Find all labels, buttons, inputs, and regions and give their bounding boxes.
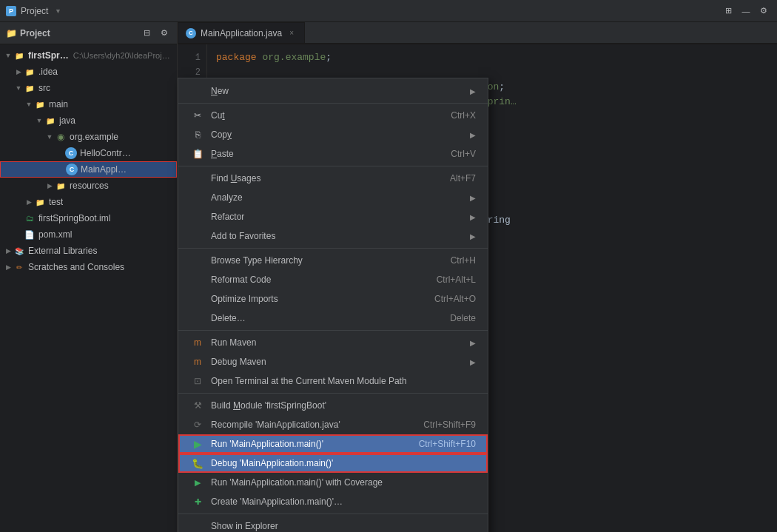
menu-label-run-maven: Run Maven <box>211 337 464 348</box>
menu-shortcut-paste: Ctrl+V <box>451 149 476 159</box>
menu-label-recompile: Recompile 'MainApplication.java' <box>211 420 411 430</box>
menu-item-optimize[interactable]: Optimize Imports Ctrl+Alt+O <box>178 289 488 309</box>
menu-arrow-new: ▶ <box>470 87 476 95</box>
terminal-icon: ⊡ <box>190 374 205 388</box>
menu-sep-4 <box>178 330 488 331</box>
reformat-icon <box>190 272 205 287</box>
menu-item-open-terminal[interactable]: ⊡ Open Terminal at the Current Maven Mod… <box>178 371 488 391</box>
menu-label-find-usages: Find Usages <box>211 173 438 183</box>
menu-label-debug-maven: Debug Maven <box>211 357 464 367</box>
delete-icon <box>190 311 205 326</box>
menu-item-recompile[interactable]: ⟳ Recompile 'MainApplication.java' Ctrl+… <box>178 415 488 434</box>
menu-item-add-favorites[interactable]: Add to Favorites ▶ <box>178 226 488 246</box>
menu-item-delete[interactable]: Delete… Delete <box>178 309 488 328</box>
menu-shortcut-recompile: Ctrl+Shift+F9 <box>423 420 476 430</box>
debug-maven-icon: m <box>190 354 205 369</box>
optimize-icon <box>190 292 205 306</box>
menu-item-paste[interactable]: 📋 Paste Ctrl+V <box>178 144 488 164</box>
menu-label-optimize: Optimize Imports <box>211 294 423 304</box>
recompile-icon: ⟳ <box>190 417 205 432</box>
paste-icon: 📋 <box>190 147 205 161</box>
menu-shortcut-run-main: Ctrl+Shift+F10 <box>419 439 476 449</box>
menu-arrow-analyze: ▶ <box>470 194 476 202</box>
menu-label-show-explorer: Show in Explorer <box>211 521 476 531</box>
menu-label-analyze: Analyze <box>211 192 464 203</box>
menu-label-browse-hierarchy: Browse Type Hierarchy <box>211 255 439 266</box>
context-menu: New ▶ ✂ Cut Ctrl+X ⎘ Copy ▶ 📋 Paste Ctrl… <box>178 78 488 532</box>
menu-item-new[interactable]: New ▶ <box>178 81 488 101</box>
menu-arrow-run-maven: ▶ <box>470 339 476 347</box>
debug-main-icon: 🐛 <box>190 456 205 471</box>
coverage-icon: ▶ <box>190 475 205 490</box>
menu-item-browse-hierarchy[interactable]: Browse Type Hierarchy Ctrl+H <box>178 251 488 270</box>
menu-item-cut[interactable]: ✂ Cut Ctrl+X <box>178 106 488 125</box>
menu-sep-1 <box>178 103 488 104</box>
menu-label-add-favorites: Add to Favorites <box>211 231 464 241</box>
menu-sep-2 <box>178 166 488 166</box>
menu-sep-3 <box>178 248 488 249</box>
menu-arrow-debug-maven: ▶ <box>470 358 476 366</box>
menu-item-run-coverage[interactable]: ▶ Run 'MainApplication.main()' with Cove… <box>178 473 488 492</box>
menu-label-run-coverage: Run 'MainApplication.main()' with Covera… <box>211 477 476 488</box>
ide-container: P Project ▼ ⊞ — ⚙ 📁 Project ⊟ ⚙ <box>0 0 777 532</box>
menu-label-create-config: Create 'MainApplication.main()'… <box>211 496 476 507</box>
hierarchy-icon <box>190 253 205 268</box>
menu-label-reformat: Reformat Code <box>211 275 425 285</box>
menu-item-run-main[interactable]: ▶ Run 'MainApplication.main()' Ctrl+Shif… <box>178 434 488 454</box>
menu-arrow-copy: ▶ <box>470 131 476 139</box>
config-icon: ✚ <box>190 494 205 509</box>
menu-label-refactor: Refactor <box>211 212 464 222</box>
menu-item-build-module[interactable]: ⚒ Build Module 'firstSpringBoot' <box>178 396 488 415</box>
menu-sep-6 <box>178 514 488 514</box>
menu-item-debug-main[interactable]: 🐛 Debug 'MainApplication.main()' <box>178 454 488 473</box>
menu-shortcut-delete: Delete <box>450 313 476 323</box>
menu-item-debug-maven[interactable]: m Debug Maven ▶ <box>178 352 488 371</box>
analyze-icon <box>190 190 205 205</box>
menu-label-build-module: Build Module 'firstSpringBoot' <box>211 400 476 411</box>
menu-label-paste: Paste <box>211 149 439 159</box>
new-icon <box>190 84 205 98</box>
menu-label-delete: Delete… <box>211 313 438 323</box>
menu-label-run-main: Run 'MainApplication.main()' <box>211 439 407 449</box>
run-main-icon: ▶ <box>190 437 205 451</box>
menu-item-find-usages[interactable]: Find Usages Alt+F7 <box>178 169 488 188</box>
copy-icon: ⎘ <box>190 127 205 142</box>
menu-item-create-config[interactable]: ✚ Create 'MainApplication.main()'… <box>178 492 488 511</box>
cut-icon: ✂ <box>190 108 205 123</box>
run-maven-icon: m <box>190 335 205 350</box>
menu-arrow-favorites: ▶ <box>470 232 476 240</box>
menu-item-reformat[interactable]: Reformat Code Ctrl+Alt+L <box>178 270 488 289</box>
menu-label-copy: Copy <box>211 129 464 140</box>
menu-label-new: New <box>211 86 464 96</box>
menu-shortcut-cut: Ctrl+X <box>451 110 476 121</box>
menu-shortcut-reformat: Ctrl+Alt+L <box>437 275 476 285</box>
favorites-icon <box>190 229 205 243</box>
refactor-icon <box>190 209 205 224</box>
menu-label-open-terminal: Open Terminal at the Current Maven Modul… <box>211 376 476 386</box>
explorer-icon <box>190 519 205 532</box>
find-icon <box>190 171 205 186</box>
menu-arrow-refactor: ▶ <box>470 213 476 221</box>
menu-item-show-explorer[interactable]: Show in Explorer <box>178 516 488 532</box>
menu-sep-5 <box>178 393 488 394</box>
menu-item-refactor[interactable]: Refactor ▶ <box>178 207 488 226</box>
menu-label-cut: Cut <box>211 110 439 121</box>
menu-item-analyze[interactable]: Analyze ▶ <box>178 188 488 207</box>
menu-label-debug-main: Debug 'MainApplication.main()' <box>211 458 476 468</box>
menu-shortcut-find-usages: Alt+F7 <box>450 173 476 183</box>
menu-shortcut-optimize: Ctrl+Alt+O <box>434 294 476 304</box>
context-menu-overlay: New ▶ ✂ Cut Ctrl+X ⎘ Copy ▶ 📋 Paste Ctrl… <box>0 0 777 532</box>
menu-item-run-maven[interactable]: m Run Maven ▶ <box>178 333 488 352</box>
build-icon: ⚒ <box>190 398 205 413</box>
menu-item-copy[interactable]: ⎘ Copy ▶ <box>178 125 488 144</box>
menu-shortcut-browse-hierarchy: Ctrl+H <box>451 255 476 266</box>
